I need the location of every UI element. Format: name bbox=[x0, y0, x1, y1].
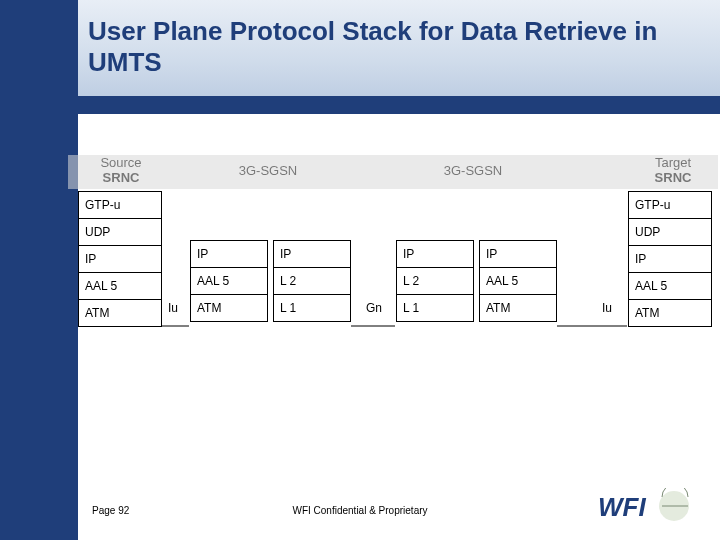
svg-text:WFI: WFI bbox=[598, 492, 646, 522]
wfi-logo: WFI bbox=[596, 488, 692, 526]
protocol-stack-diagram: Source SRNC 3G-SGSN 3G-SGSN Target SRNC … bbox=[78, 155, 713, 355]
header-stripe bbox=[0, 96, 720, 114]
side-bar bbox=[0, 0, 78, 540]
page-title: User Plane Protocol Stack for Data Retri… bbox=[88, 16, 690, 77]
svg-rect-0 bbox=[68, 155, 718, 189]
diagram-lines bbox=[68, 155, 720, 335]
